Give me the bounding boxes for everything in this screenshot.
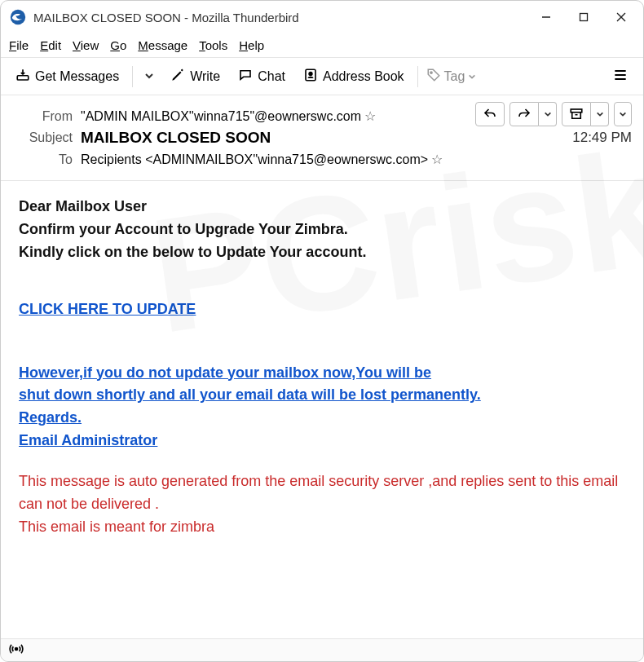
to-value[interactable]: Recipients <ADMINMAILBOX''winna715@eowne… [81, 152, 428, 167]
from-value[interactable]: "ADMIN MAILBOX''winna715"@eownerswc.com [81, 109, 361, 124]
body-greeting: Dear Mailbox User [19, 198, 147, 214]
close-button[interactable] [602, 1, 640, 33]
connection-icon[interactable] [9, 642, 24, 660]
body-note2: This email is meant for zimbra [19, 519, 214, 535]
menu-message[interactable]: Message [138, 38, 187, 52]
svg-point-8 [430, 71, 431, 73]
received-time: 12:49 PM [572, 130, 632, 146]
hamburger-icon [612, 67, 629, 86]
archive-button[interactable] [562, 102, 591, 126]
chevron-down-icon [468, 73, 476, 81]
menu-tools[interactable]: Tools [199, 38, 227, 52]
svg-point-7 [309, 72, 312, 75]
body-line2: Kindly click on the below to Update Your… [19, 244, 366, 260]
tag-button[interactable]: Tag [426, 68, 477, 86]
address-book-icon [303, 68, 318, 86]
statusbar [1, 638, 643, 661]
update-link[interactable]: CLICK HERE TO UPDATE [19, 298, 196, 321]
star-icon[interactable]: ☆ [431, 152, 443, 167]
body-warn4: Email Administrator [19, 432, 157, 448]
separator [417, 66, 418, 87]
forward-dropdown[interactable] [539, 102, 557, 126]
star-icon[interactable]: ☆ [364, 108, 376, 124]
archive-dropdown[interactable] [591, 102, 609, 126]
thunderbird-icon [9, 8, 27, 26]
separator [132, 66, 133, 87]
write-button[interactable]: Write [165, 64, 225, 89]
reply-button[interactable] [475, 102, 505, 126]
chat-button[interactable]: Chat [233, 64, 290, 89]
forward-button[interactable] [509, 102, 539, 126]
menu-edit[interactable]: Edit [40, 38, 61, 52]
subject-value: MAILBOX CLOSED SOON [81, 129, 271, 147]
toolbar: Get Messages Write Chat Address Book Tag [1, 58, 643, 95]
maximize-button[interactable] [565, 1, 602, 33]
email-body: Dear Mailbox User Confirm your Account t… [1, 181, 643, 554]
svg-rect-2 [580, 14, 588, 21]
message-headers: From "ADMIN MAILBOX''winna715"@eownerswc… [1, 95, 643, 181]
app-menu-button[interactable] [607, 64, 633, 90]
body-note1: This message is auto generated from the … [19, 473, 618, 512]
more-dropdown[interactable] [614, 102, 632, 126]
svg-point-13 [15, 647, 18, 650]
get-messages-dropdown[interactable] [141, 66, 157, 87]
subject-label: Subject [12, 130, 73, 145]
from-label: From [12, 109, 73, 124]
inbox-down-icon [15, 68, 30, 86]
menu-help[interactable]: Help [239, 38, 264, 52]
minimize-button[interactable] [527, 1, 565, 33]
chat-icon [238, 68, 253, 86]
get-messages-button[interactable]: Get Messages [11, 64, 124, 89]
body-warn2: shut down shortly and all your email dat… [19, 386, 481, 403]
menu-file[interactable]: File [9, 38, 29, 52]
menu-view[interactable]: View [73, 38, 99, 52]
svg-rect-12 [571, 109, 582, 113]
tag-icon [426, 68, 441, 86]
menu-go[interactable]: Go [110, 38, 126, 52]
body-warn3: Regards. [19, 409, 82, 426]
to-label: To [12, 152, 73, 167]
titlebar: MAILBOX CLOSED SOON - Mozilla Thunderbir… [1, 1, 643, 33]
body-warn1: However,if you do not update your mailbo… [19, 364, 431, 381]
svg-rect-5 [17, 75, 29, 79]
pencil-icon [170, 68, 185, 86]
address-book-button[interactable]: Address Book [298, 64, 409, 89]
body-line1: Confirm your Account to Upgrade Your Zim… [19, 221, 348, 237]
window-title: MAILBOX CLOSED SOON - Mozilla Thunderbir… [33, 11, 527, 24]
menubar: File Edit View Go Message Tools Help [1, 33, 643, 58]
